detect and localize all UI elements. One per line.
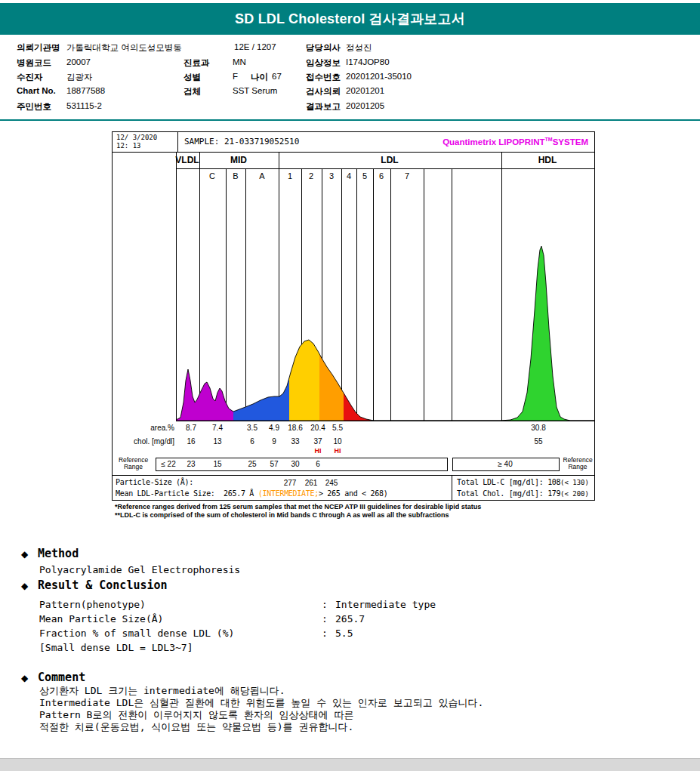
field-org-label: 의뢰기관명 [17,42,60,54]
brand-logo: Quantimetrix LIPOPRINTTMSYSTEM [443,137,588,146]
area-row-label: area.% [114,424,174,432]
curve-baseline [176,421,594,421]
header-divider [0,119,700,121]
summary-column-divider [452,475,452,501]
chol-value: 10 [333,437,341,446]
peak-fill-hdl-green [176,246,594,421]
field-sex-label: 성별 [183,72,201,83]
field-org-extra: 12E / 1207 [234,42,276,51]
mean-particle-size: Mean LDL-Particle Size: 265.7 Å (INTERME… [116,489,387,498]
field-accession-label: 접수번호 [306,72,341,83]
mean-particle-value: 265.7 Å [224,489,254,498]
area-value: 7.4 [212,424,223,432]
field-specimen-value: SST Serum [233,86,277,95]
result-row-value: 5.5 [335,628,353,639]
footnote-2: **LDL-C is comprised of the sum of chole… [115,511,449,519]
particle-size-label: Particle-Size (Å): [116,478,193,486]
field-doctor-value: 정성진 [346,42,372,54]
field-ordered-label: 검사의뢰 [306,86,341,97]
ref-value: 30 [291,460,299,468]
field-sex-value: F [233,72,238,81]
field-dept-value: MN [233,57,246,66]
ref-value: 6 [316,460,320,468]
report-page: SD LDL Cholesterol 검사결과보고서 의뢰기관명 가톨릭대학교 … [0,0,700,771]
field-accession-value: 20201201-35010 [346,72,412,81]
band-label-hdl: HDL [538,155,557,165]
result-row-label: Fraction % of small dense LDL (%) [39,628,234,639]
field-doctor-label: 담당의사 [306,42,341,54]
area-value: 30.8 [531,424,545,432]
comment-line: 적절한 치료(운동요법, 식이요법 또는 약물요법 등)를 권유합니다. [39,720,353,734]
chol-value: 33 [291,437,299,446]
ref-value: 57 [270,460,278,468]
field-clinical-value: I174JOP80 [346,57,390,66]
result-row-value: Intermediate type [335,599,436,610]
reference-label-line2: Range [561,464,594,470]
field-hospcode-label: 병원코드 [17,57,51,69]
field-chartno-label: Chart No. [17,86,56,95]
report-title-bar: SD LDL Cholesterol 검사결과보고서 [0,3,700,35]
band-label-ldl: LDL [381,155,398,165]
area-value: 18.6 [288,424,302,432]
lipoprint-chart: 12/ 3/2020 12: 13 SAMPLE: 21-03371905251… [112,131,595,501]
field-rrn-label: 주민번호 [17,101,51,113]
chol-value: 13 [213,437,221,446]
particle-size-value: 261 [305,479,318,487]
ref-value: 15 [213,460,221,468]
field-reported-label: 결과보고 [306,101,341,113]
ref-value-hdl: ≥ 40 [498,460,512,468]
brand-system: SYSTEM [553,137,588,146]
band-label-mid: MID [230,155,247,165]
comment-heading: Comment [38,671,85,684]
mean-classification-highlight: (INTERMEDIATE; [258,489,319,498]
page-title: SD LDL Cholesterol 검사결과보고서 [235,10,465,28]
band-label-vldl: VLDL [175,155,199,165]
particle-size-value: 277 [284,479,297,487]
result-note: [Small dense LDL = LDL3~7] [39,642,193,653]
sample-id: SAMPLE: 21-033719052510 [184,137,299,146]
result-row-colon: : [322,628,328,639]
reference-box-main [156,458,448,471]
total-chol-ref: (< 200) [560,490,589,498]
reference-label-line2: Range [113,464,154,470]
method-body: Polyacrylamide Gel Electrophoresis [39,564,240,575]
reference-range-label-right: Reference Range [561,457,594,470]
field-rrn-value: 531115-2 [66,101,102,110]
strip-divider [113,152,594,153]
field-specimen-label: 검체 [183,86,201,97]
chart-date: 12/ 3/2020 [116,134,177,142]
ref-value: 23 [187,460,195,468]
chol-value: 9 [272,437,276,446]
ref-value: ≤ 22 [161,460,175,468]
area-value: 4.9 [269,424,279,432]
area-value: 20.4 [310,424,325,432]
field-age-value: 67 [272,72,282,81]
lipoprotein-curve [176,168,594,421]
field-clinical-label: 임상정보 [306,57,341,69]
area-value: 5.5 [332,424,343,432]
chart-time: 12: 13 [116,142,177,150]
field-dept-label: 진료과 [183,57,210,69]
result-row-label: Pattern(phenotype) [39,599,146,610]
horizontal-scrollbar[interactable] [0,758,700,771]
mean-classification-range: > 265 and < 268) [319,489,388,498]
diamond-bullet-icon: ◆ [21,549,28,560]
hi-flag-ldl2: HI [315,447,322,455]
diamond-bullet-icon: ◆ [21,581,28,591]
datetime-box: 12/ 3/2020 12: 13 [113,132,178,152]
area-value: 8.7 [186,424,196,432]
area-value: 3.5 [247,424,257,432]
result-row-value: 265.7 [335,613,365,625]
chol-value: 6 [250,437,254,446]
ref-value: 25 [248,460,256,468]
chol-value: 16 [187,437,195,446]
brand-name: Quantimetrix LIPOPRINT [443,137,544,146]
chol-value: 37 [313,437,322,446]
chol-value: 55 [534,437,542,446]
brand-tm: TM [545,137,553,142]
total-ldl-c: Total LDL-C [mg/dl]: 108 [457,478,560,486]
field-org-value: 가톨릭대학교 여의도성모병동 [66,42,182,54]
field-hospcode-value: 20007 [66,57,91,66]
result-row-colon: : [322,599,328,610]
total-ldl-c-ref: (< 130) [560,479,589,486]
